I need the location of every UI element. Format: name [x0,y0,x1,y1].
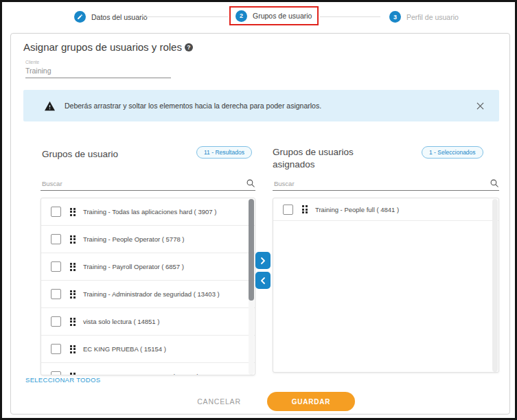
search-icon[interactable] [246,178,255,188]
left-panel-title: Grupos de usuario [42,148,118,161]
item-label: EC KING PRUEBA ( 15154 ) [83,345,166,353]
item-checkbox[interactable] [51,261,61,272]
window: Datos del usuario 2 Grupos de usuario 3 … [0,0,517,420]
warning-icon [44,101,56,111]
assign-groups-card: Asignar grupos de usuarios y roles? Clie… [10,33,510,415]
item-checkbox[interactable] [51,289,61,299]
step-datos-del-usuario[interactable]: Datos del usuario [74,11,148,23]
client-field-label: Cliente [25,60,171,65]
step-label: Grupos de usuario [253,12,312,20]
alert-text: Deberás arrastrar y soltar los elementos… [65,102,474,110]
item-checkbox[interactable] [51,371,61,375]
stepper-connector [141,16,228,17]
item-label: Training - People full ( 4841 ) [315,206,399,213]
drag-handle-icon[interactable] [70,373,76,376]
list-item[interactable]: Training - Payroll Operator ( 6857 ) [41,253,255,281]
results-count-badge: 11 - Resultados [196,146,252,159]
list-item[interactable]: EC KING PRUEBA ( 15154 ) [41,336,255,363]
pencil-icon [74,11,86,23]
move-left-button[interactable] [255,272,271,289]
drag-handle-icon[interactable] [302,205,308,213]
step-number-badge: 3 [389,11,401,23]
item-label: Training - Todas las aplicaciones hard (… [83,208,216,215]
list-item[interactable]: vista solo lectura ( 14851 ) [41,308,255,336]
chevron-right-icon [260,257,266,265]
cancel-button[interactable]: CANCELAR [188,397,250,406]
list-item[interactable]: FULL SALUD OCUPACIONAL ( 16593 ) [41,363,255,375]
client-field[interactable]: Cliente Training [25,60,171,78]
item-checkbox[interactable] [51,207,61,217]
assigned-groups-list: Training - People full ( 4841 ) [273,198,499,373]
close-icon[interactable] [474,100,485,111]
page-title-text: Asignar grupos de usuarios y roles [23,41,182,53]
step-grupos-de-usuario-highlighted[interactable]: 2 Grupos de usuario [229,6,319,25]
client-field-value: Training [25,67,171,75]
step-label: Datos del usuario [91,13,148,21]
scrollbar-track[interactable] [492,199,498,372]
right-search-input[interactable] [273,179,488,188]
item-checkbox[interactable] [283,205,293,215]
drag-handle-icon[interactable] [70,208,76,216]
list-item[interactable]: Training - People Operator ( 5778 ) [41,226,255,253]
item-checkbox[interactable] [51,316,61,327]
drag-handle-icon[interactable] [70,345,76,353]
item-checkbox[interactable] [51,344,61,354]
left-search [41,174,255,191]
available-groups-rows: Training - Todas las aplicaciones hard (… [41,198,255,375]
item-label: vista solo lectura ( 14851 ) [83,318,159,325]
search-icon[interactable] [490,178,499,188]
info-alert: Deberás arrastrar y soltar los elementos… [23,90,499,121]
left-search-input[interactable] [41,179,244,188]
assigned-groups-rows: Training - People full ( 4841 ) [273,198,498,221]
drag-handle-icon[interactable] [70,235,76,244]
page-title: Asignar grupos de usuarios y roles? [23,41,193,53]
chevron-left-icon [260,277,266,285]
save-button[interactable]: GUARDAR [267,392,355,411]
item-label: Training - Payroll Operator ( 6857 ) [83,263,184,270]
wizard-stepper: Datos del usuario 2 Grupos de usuario 3 … [2,2,515,31]
item-label: Training - Administrador de seguridad ( … [83,290,220,298]
stepper-connector [320,16,380,17]
list-item[interactable]: Training - Administrador de seguridad ( … [41,281,255,308]
selected-count-badge: 1 - Seleccionados [422,146,483,159]
help-icon[interactable]: ? [185,43,193,51]
scrollbar-thumb[interactable] [249,199,254,301]
drag-handle-icon[interactable] [70,263,76,271]
item-label: Training - People Operator ( 5778 ) [83,235,185,243]
select-all-link[interactable]: SELECCIONAR TODOS [25,376,100,384]
list-item[interactable]: Training - People full ( 4841 ) [273,198,498,221]
item-checkbox[interactable] [51,234,61,244]
available-groups-list: Training - Todas las aplicaciones hard (… [41,198,255,375]
step-number-badge: 2 [235,10,247,22]
list-item[interactable]: Training - Todas las aplicaciones hard (… [41,198,255,226]
right-panel-title: Grupos de usuarios asignados [273,146,386,170]
step-perfil-de-usuario[interactable]: 3 Perfil de usuario [389,11,459,23]
right-search [273,174,499,191]
drag-handle-icon[interactable] [70,290,76,299]
step-label: Perfil de usuario [406,13,459,21]
move-right-button[interactable] [255,252,271,269]
drag-handle-icon[interactable] [70,318,76,326]
item-label: FULL SALUD OCUPACIONAL ( 16593 ) [83,373,199,375]
